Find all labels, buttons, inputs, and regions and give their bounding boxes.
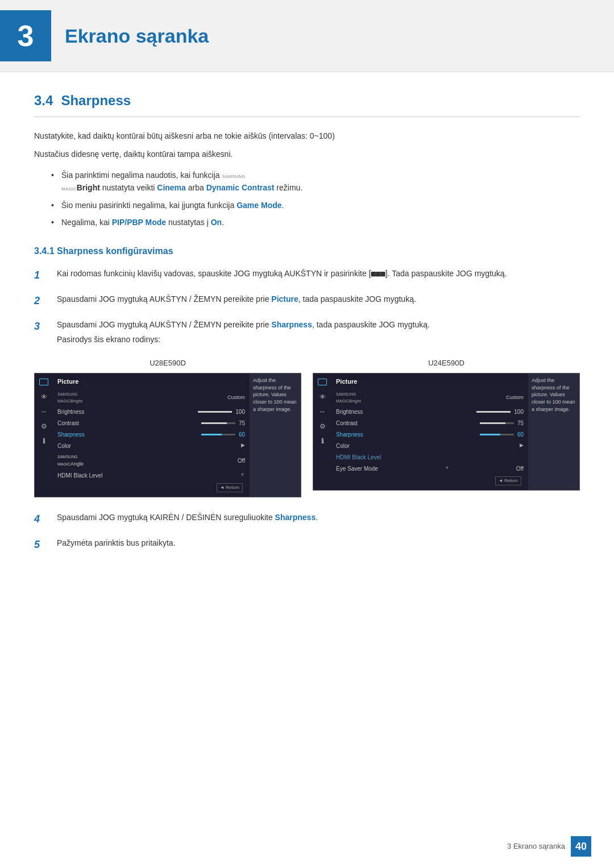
page-number: 40 xyxy=(571,836,591,857)
menu-hdmi-u28: HDMI Black Level ▼ xyxy=(57,470,245,481)
menu-contrast-u24: Contrast 75 xyxy=(336,418,524,429)
menu-color-u28: Color ▶ xyxy=(57,441,245,451)
screen-label-u24: U24E590D xyxy=(428,358,464,369)
icon-eye-u24: 👁 xyxy=(317,392,327,402)
icon-gear-u24: ⚙ xyxy=(317,421,327,431)
left-icons-u28: 👁 ↔ ⚙ ℹ xyxy=(35,373,53,497)
icon-gear-u28: ⚙ xyxy=(39,421,49,431)
screen-mockup-u28: 👁 ↔ ⚙ ℹ Picture xyxy=(34,373,301,497)
subsection-heading: 3.4.1 Sharpness konfigūravimas xyxy=(34,244,580,258)
screen-block-u24: U24E590D 👁 ↔ ⚙ xyxy=(313,358,580,497)
step-5: 5 Pažymėta parinktis bus pritaikyta. xyxy=(34,537,580,553)
step-3: 3 Spausdami JOG mygtuką AUKŠTYN / ŽEMYN … xyxy=(34,318,580,346)
menu-brightness-u28: Brightness 100 xyxy=(57,406,245,417)
menu-title-u24: Picture xyxy=(336,377,524,387)
chapter-title: Ekrano sąranka xyxy=(65,22,209,51)
chapter-number: 3 xyxy=(0,10,51,61)
menu-hdmi-u24: HDMI Black Level xyxy=(336,452,524,463)
menu-color-u24: Color ▶ xyxy=(336,441,524,451)
section-heading: 3.4 Sharpness xyxy=(34,90,580,117)
screens-container: U28E590D 👁 ↔ ⚙ xyxy=(34,358,580,497)
menu-brightness-u24: Brightness 100 xyxy=(336,406,524,417)
menu-brand-u28: SAMSUNGMAGICBright Custom xyxy=(57,390,245,406)
section-number: 3.4 xyxy=(34,90,53,111)
icon-eye-u28: 👁 xyxy=(39,392,49,402)
icon-monitor-u28 xyxy=(39,377,49,387)
body-paragraph-2: Nustačius didesnę vertę, daiktų kontūrai… xyxy=(34,148,580,160)
steps-list: 1 Kai rodomas funkcinių klavišų vadovas,… xyxy=(34,267,580,346)
icon-monitor-u24 xyxy=(317,377,327,387)
icon-info-u28: ℹ xyxy=(39,436,49,446)
menu-u24: Picture SAMSUNGMAGICBright Custom Bright… xyxy=(331,373,528,490)
body-paragraph-1: Nustatykite, kad daiktų kontūrai būtų ai… xyxy=(34,130,580,142)
menu-u28: Picture SAMSUNGMAGICBright Custom Bright… xyxy=(53,373,250,497)
section-title: Sharpness xyxy=(61,90,131,111)
icon-arrows-u28: ↔ xyxy=(39,406,49,417)
return-btn-u24: ◄ Return xyxy=(495,476,521,485)
bullet-list: Šia parinktimi negalima naudotis, kai fu… xyxy=(51,169,580,229)
step-1: 1 Kai rodomas funkcinių klavišų vadovas,… xyxy=(34,267,580,284)
icon-info-u24: ℹ xyxy=(317,436,327,446)
menu-brand-u24: SAMSUNGMAGICBright Custom xyxy=(336,390,524,406)
footer-chapter-ref: 3 Ekrano sąranka xyxy=(507,841,565,852)
return-btn-u28: ◄ Return xyxy=(217,483,243,492)
icon-arrows-u24: ↔ xyxy=(317,406,327,417)
bullet-item-2: Šio meniu pasirinkti negalima, kai įjung… xyxy=(51,199,580,211)
menu-contrast-u28: Contrast 75 xyxy=(57,418,245,429)
menu-title-u28: Picture xyxy=(57,377,245,387)
chapter-header: 3 Ekrano sąranka xyxy=(0,0,614,72)
screen-label-u28: U28E590D xyxy=(150,358,186,369)
menu-angle-u28: SAMSUNGMAGICAngle Off xyxy=(57,452,245,470)
menu-sharpness-u28: Sharpness 60 xyxy=(57,429,245,440)
step-4: 4 Spausdami JOG mygtuką KAIRĖN / DEŠINĖN… xyxy=(34,511,580,528)
screen-mockup-u24: 👁 ↔ ⚙ ℹ Picture xyxy=(313,373,580,491)
help-text-u28: Adjust the sharpness of the picture. Val… xyxy=(250,373,301,497)
steps-list-2: 4 Spausdami JOG mygtuką KAIRĖN / DEŠINĖN… xyxy=(34,511,580,553)
step-2: 2 Spausdami JOG mygtuką AUKŠTYN / ŽEMYN … xyxy=(34,293,580,309)
page-footer: 3 Ekrano sąranka 40 xyxy=(507,836,591,857)
menu-sharpness-u24: Sharpness 60 xyxy=(336,429,524,440)
help-text-u24: Adjust the sharpness of the picture. Val… xyxy=(528,373,579,490)
left-icons-u24: 👁 ↔ ⚙ ℹ xyxy=(313,373,331,490)
bullet-item-1: Šia parinktimi negalima naudotis, kai fu… xyxy=(51,169,580,194)
menu-eye-saver-u24: Eye Saver Mode ▼ Off xyxy=(336,463,524,474)
screen-block-u28: U28E590D 👁 ↔ ⚙ xyxy=(34,358,301,497)
bullet-item-3: Negalima, kai PIP/PBP Mode nustatytas į … xyxy=(51,216,580,229)
